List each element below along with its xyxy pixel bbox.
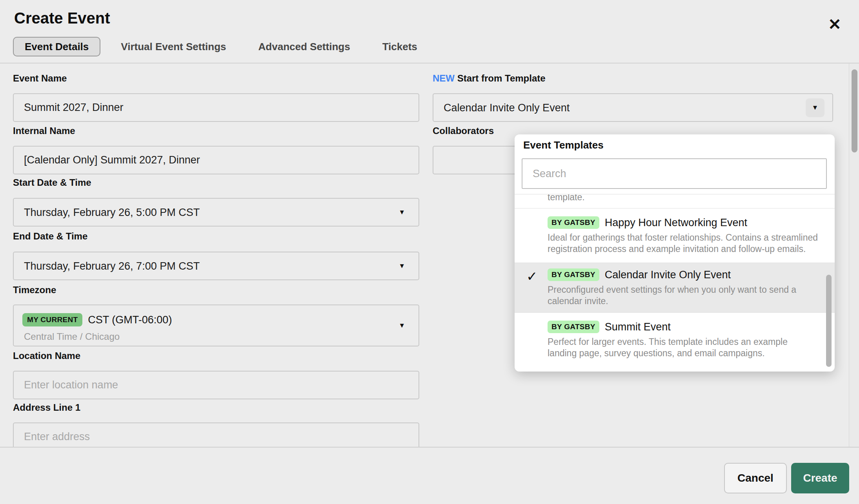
chevron-down-icon: ▼	[399, 208, 405, 216]
by-gatsby-badge: BY GATSBY	[548, 268, 599, 281]
end-datetime-select[interactable]: Thursday, February 26, 7:00 PM CST ▼	[13, 252, 419, 280]
check-icon: ✓	[526, 268, 538, 284]
end-datetime-label: End Date & Time	[13, 231, 87, 242]
start-datetime-value: Thursday, February 26, 5:00 PM CST	[24, 206, 200, 218]
template-item-happy-hour[interactable]: BY GATSBY Happy Hour Networking Event Id…	[515, 208, 835, 263]
start-datetime-select[interactable]: Thursday, February 26, 5:00 PM CST ▼	[13, 198, 419, 227]
template-item-calendar-invite-only[interactable]: ✓ BY GATSBY Calendar Invite Only Event P…	[515, 263, 835, 312]
timezone-value: CST (GMT-06:00)	[88, 314, 172, 326]
address-line-1-label: Address Line 1	[13, 402, 80, 413]
cancel-button[interactable]: Cancel	[724, 463, 787, 493]
create-event-modal: Create Event ✕ Event Details Virtual Eve…	[0, 0, 859, 504]
close-button[interactable]: ✕	[823, 13, 846, 36]
tab-advanced-settings[interactable]: Advanced Settings	[247, 37, 362, 56]
template-item-description: Preconfigured event settings for when yo…	[548, 284, 819, 307]
create-button[interactable]: Create	[791, 463, 849, 493]
by-gatsby-badge: BY GATSBY	[548, 321, 599, 333]
end-datetime-value: Thursday, February 26, 7:00 PM CST	[24, 260, 200, 272]
chevron-down-icon: ▼	[399, 262, 405, 270]
template-item-title: Summit Event	[605, 321, 671, 333]
internal-name-label: Internal Name	[13, 125, 75, 136]
timezone-subtext: Central Time / Chicago	[24, 331, 120, 342]
clipped-template-item[interactable]: template.	[515, 194, 835, 208]
template-item-description: Perfect for larger events. This template…	[548, 336, 819, 359]
location-name-input[interactable]	[13, 371, 419, 399]
start-from-template-text: Start from Template	[457, 73, 546, 83]
internal-name-input[interactable]	[13, 146, 419, 174]
template-select-value: Calendar Invite Only Event	[444, 102, 570, 114]
timezone-row: MY CURRENT CST (GMT-06:00)	[22, 313, 172, 326]
template-select-dropdown-button[interactable]: ▼	[806, 98, 824, 117]
event-name-input[interactable]	[13, 93, 419, 122]
template-item-title: Happy Hour Networking Event	[605, 217, 747, 229]
collaborators-label: Collaborators	[433, 125, 494, 136]
popup-title: Event Templates	[523, 139, 604, 151]
start-from-template-label: NEW Start from Template	[433, 73, 546, 84]
start-datetime-label: Start Date & Time	[13, 177, 91, 188]
tab-virtual-event-settings[interactable]: Virtual Event Settings	[109, 37, 238, 56]
chevron-down-icon: ▼	[399, 322, 405, 330]
tab-bar: Event Details Virtual Event Settings Adv…	[13, 37, 438, 56]
template-list: template. BY GATSBY Happy Hour Networkin…	[515, 194, 835, 372]
event-name-label: Event Name	[13, 73, 67, 84]
by-gatsby-badge: BY GATSBY	[548, 216, 599, 229]
new-badge: NEW	[433, 73, 455, 83]
my-current-badge: MY CURRENT	[22, 313, 82, 326]
timezone-label: Timezone	[13, 285, 56, 296]
tab-event-details[interactable]: Event Details	[13, 37, 100, 56]
popup-scrollbar-thumb[interactable]	[826, 275, 832, 367]
page-title: Create Event	[14, 9, 110, 27]
template-select[interactable]: Calendar Invite Only Event ▼	[433, 93, 833, 122]
clipped-template-text: template.	[515, 194, 835, 203]
modal-footer: Cancel Create	[0, 447, 859, 504]
template-item-summit[interactable]: BY GATSBY Summit Event Perfect for large…	[515, 312, 835, 367]
template-search-input[interactable]	[522, 158, 827, 189]
page-scrollbar-thumb[interactable]	[852, 69, 857, 152]
template-item-title: Calendar Invite Only Event	[605, 269, 731, 281]
tab-tickets[interactable]: Tickets	[371, 37, 429, 56]
header-divider	[0, 63, 859, 63]
template-item-description: Ideal for gatherings that foster relatio…	[548, 232, 819, 255]
event-templates-popup: Event Templates template. BY GATSBY Happ…	[515, 134, 835, 372]
chevron-down-icon: ▼	[812, 104, 819, 111]
location-name-label: Location Name	[13, 350, 80, 361]
close-icon: ✕	[828, 16, 841, 33]
timezone-select[interactable]: MY CURRENT CST (GMT-06:00) Central Time …	[13, 305, 419, 346]
